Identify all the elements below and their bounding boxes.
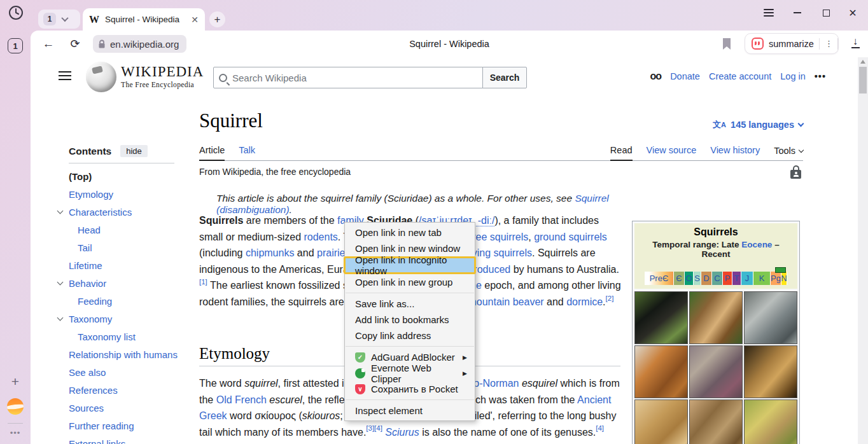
inline-link[interactable]: flying squirrels bbox=[467, 247, 532, 258]
toc-item[interactable]: Behavior bbox=[54, 274, 198, 292]
toc-item[interactable]: Further reading bbox=[54, 417, 198, 434]
context-menu-item[interactable]: Save link as... bbox=[345, 296, 475, 312]
inline-link[interactable]: Eocene bbox=[741, 240, 772, 249]
toc-item[interactable]: Relationship with humans bbox=[54, 345, 198, 363]
inline-link[interactable]: [4] bbox=[596, 424, 604, 432]
header-more-icon[interactable]: ••• bbox=[815, 71, 826, 81]
inline-link[interactable]: [2] bbox=[606, 295, 614, 302]
minimize-button[interactable] bbox=[791, 6, 804, 19]
wikipedia-wordmark[interactable]: WIKIPEDIA The Free Encyclopedia bbox=[121, 64, 204, 88]
squirrel-photo[interactable] bbox=[689, 399, 743, 444]
context-menu-item[interactable]: Open link in new tab bbox=[345, 225, 475, 240]
squirrel-photo[interactable] bbox=[634, 291, 688, 344]
timescale-segment[interactable]: O bbox=[685, 272, 694, 285]
timescale-segment[interactable]: PreЄ bbox=[645, 272, 674, 285]
bookmark-icon[interactable] bbox=[722, 38, 732, 53]
toc-item[interactable]: Characteristics bbox=[54, 203, 198, 221]
tab-talk[interactable]: Talk bbox=[239, 145, 255, 160]
timescale-segment[interactable]: Pg bbox=[771, 272, 781, 285]
toc-item[interactable]: Head bbox=[54, 221, 198, 239]
toc-item[interactable]: Sources bbox=[54, 399, 198, 417]
inline-link[interactable]: [3][4] bbox=[366, 424, 382, 432]
reload-button[interactable]: ⟳ bbox=[66, 35, 84, 53]
downloads-icon[interactable]: ↓ bbox=[848, 36, 863, 52]
timescale-segment[interactable]: S bbox=[694, 272, 701, 285]
squirrel-photo[interactable] bbox=[744, 291, 797, 344]
toc-item[interactable]: Lifetime bbox=[54, 256, 198, 274]
inline-link[interactable]: rodents bbox=[304, 232, 337, 242]
tab-tools[interactable]: Tools bbox=[774, 145, 803, 160]
page-protection-lock-icon[interactable] bbox=[790, 165, 801, 179]
browser-menu-icon[interactable] bbox=[762, 6, 775, 19]
scrollbar-up-arrow[interactable] bbox=[860, 60, 865, 64]
timescale-segment[interactable]: C bbox=[712, 272, 723, 285]
rail-add-icon[interactable]: + bbox=[0, 374, 31, 389]
chevron-down-icon[interactable] bbox=[57, 208, 64, 214]
squirrel-photo[interactable] bbox=[744, 399, 797, 444]
inline-link[interactable]: dormice bbox=[566, 296, 603, 307]
maximize-button[interactable] bbox=[820, 6, 832, 19]
new-tab-button[interactable]: + bbox=[209, 11, 225, 27]
timescale-segment[interactable]: P bbox=[723, 272, 732, 285]
summarize-more-icon[interactable]: ⋮ bbox=[825, 39, 833, 48]
toc-item[interactable]: See also bbox=[54, 363, 198, 381]
inline-link[interactable]: ground squirrels bbox=[534, 232, 607, 242]
timescale-segment[interactable]: N bbox=[781, 272, 787, 285]
toc-item[interactable]: Taxonomy list bbox=[54, 328, 198, 345]
scrollbar-thumb[interactable] bbox=[859, 67, 867, 94]
tab-view-history[interactable]: View history bbox=[710, 145, 760, 160]
inline-link[interactable]: mountain beaver bbox=[468, 296, 543, 307]
timescale-segment[interactable]: Є bbox=[674, 272, 685, 285]
chevron-down-icon[interactable] bbox=[61, 15, 68, 22]
toc-item[interactable]: External links bbox=[54, 434, 198, 444]
squirrel-photo[interactable] bbox=[744, 345, 797, 398]
chevron-down-icon[interactable] bbox=[57, 315, 64, 321]
address-bar[interactable]: en.wikipedia.org bbox=[93, 35, 186, 53]
context-menu-item[interactable]: Open link in new group bbox=[345, 274, 475, 290]
window-close-button[interactable]: ✕ bbox=[846, 6, 859, 19]
context-menu-item[interactable]: Evernote Web Clipper▶ bbox=[345, 365, 475, 381]
context-menu-item[interactable]: Open link in Incognito window bbox=[344, 256, 476, 274]
toc-item[interactable]: Feeding bbox=[54, 292, 198, 310]
sidebar-panel-button[interactable]: 1 bbox=[8, 38, 23, 53]
squirrel-photo[interactable] bbox=[634, 345, 688, 398]
toc-item[interactable]: (Top) bbox=[54, 167, 198, 185]
inline-link[interactable]: tree squirrels bbox=[470, 232, 528, 242]
toc-item[interactable]: References bbox=[54, 381, 198, 399]
login-link[interactable]: Log in bbox=[780, 71, 806, 81]
toc-hide-button[interactable]: hide bbox=[120, 145, 148, 157]
wikimedia-oo-icon[interactable]: oo bbox=[650, 71, 662, 82]
squirrel-photo[interactable] bbox=[689, 291, 743, 344]
tab-view-source[interactable]: View source bbox=[647, 145, 697, 160]
wiki-menu-icon[interactable] bbox=[59, 71, 71, 80]
toc-item[interactable]: Taxonomy bbox=[54, 310, 198, 328]
timescale-segment[interactable]: D bbox=[701, 272, 712, 285]
tab-close-icon[interactable]: ✕ bbox=[191, 15, 199, 25]
context-menu-item[interactable]: Inspect element bbox=[345, 403, 475, 419]
create-account-link[interactable]: Create account bbox=[709, 71, 771, 81]
languages-button[interactable]: 文A 145 languages bbox=[713, 119, 803, 130]
browser-tab[interactable]: W Squirrel - Wikipedia ✕ bbox=[83, 8, 205, 31]
context-menu-item[interactable]: Copy link address bbox=[345, 328, 475, 343]
squirrel-photo[interactable] bbox=[689, 345, 743, 398]
inline-link[interactable]: chipmunks bbox=[246, 247, 294, 258]
yandex-app-icon[interactable] bbox=[7, 398, 24, 415]
timescale-segment[interactable]: J bbox=[741, 272, 753, 285]
context-menu-item[interactable]: Add link to bookmarks bbox=[345, 312, 475, 328]
tab-group-chip[interactable]: 1 bbox=[38, 10, 80, 29]
toc-item[interactable]: Tail bbox=[54, 239, 198, 256]
page-scrollbar[interactable] bbox=[858, 57, 868, 444]
wiki-search-box[interactable] bbox=[213, 67, 483, 88]
toc-item[interactable]: Etymology bbox=[54, 185, 198, 203]
inline-link[interactable]: [1] bbox=[199, 278, 207, 286]
squirrel-photo[interactable] bbox=[634, 399, 688, 444]
back-button[interactable]: ← bbox=[39, 35, 57, 53]
wikipedia-globe-logo[interactable] bbox=[86, 62, 116, 92]
timescale-segment[interactable]: T bbox=[732, 272, 741, 285]
inline-link[interactable]: Sciurus bbox=[385, 427, 419, 438]
context-menu-item[interactable]: ∨Сохранить в Pocket bbox=[345, 381, 475, 397]
inline-link[interactable]: Old French bbox=[216, 394, 267, 405]
tab-article[interactable]: Article bbox=[199, 145, 225, 161]
summarize-button[interactable]: summarize ⋮ bbox=[745, 33, 839, 54]
rail-more-icon[interactable]: ••• bbox=[0, 428, 31, 438]
